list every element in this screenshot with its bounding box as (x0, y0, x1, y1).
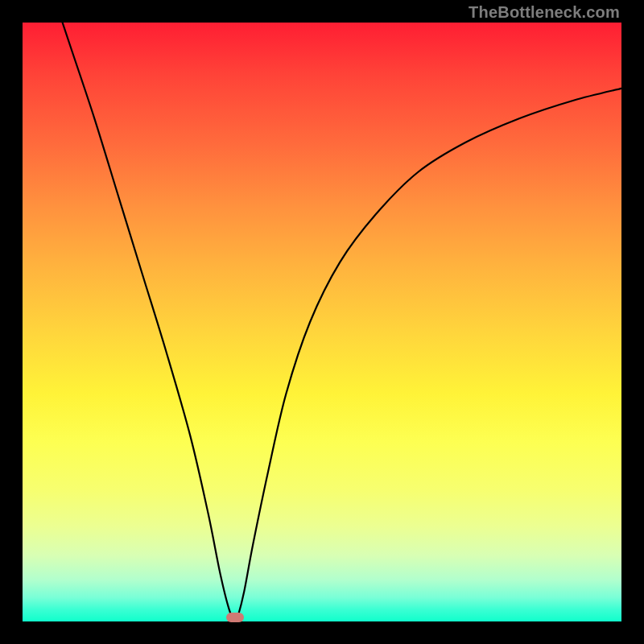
optimum-marker (226, 613, 244, 622)
bottleneck-curve (47, 23, 621, 621)
chart-frame: TheBottleneck.com (0, 0, 644, 644)
curve-svg (23, 23, 621, 621)
plot-area (23, 23, 621, 621)
watermark-text: TheBottleneck.com (469, 3, 620, 22)
